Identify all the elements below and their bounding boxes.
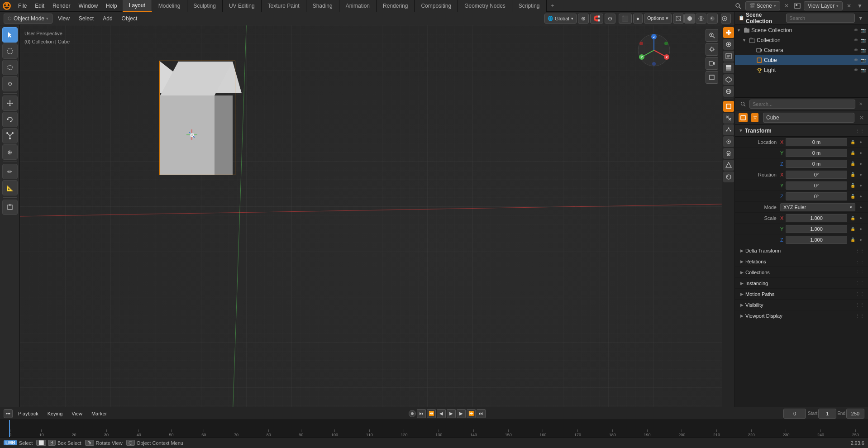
camera-vis-eye[interactable]: 👁 (853, 47, 859, 53)
add-workspace-button[interactable]: + (547, 0, 559, 12)
scale-x-lock[interactable]: 🔓 (849, 214, 856, 222)
select-tool[interactable] (2, 27, 18, 43)
rotate-tool[interactable] (2, 112, 18, 127)
loc-z-anim[interactable]: ● (857, 160, 864, 167)
file-menu[interactable]: File (14, 1, 30, 11)
scale-z-lock[interactable]: 🔓 (849, 236, 856, 243)
proportional-btn[interactable]: ⊙ (605, 14, 615, 24)
options-btn[interactable]: Options ▾ (644, 14, 672, 24)
view-layer-selector[interactable]: View Layer ▾ (804, 1, 843, 10)
rot-x-anim[interactable]: ● (857, 171, 864, 178)
filter-icon[interactable]: ▼ (855, 1, 864, 10)
loc-x-lock[interactable]: 🔓 (849, 138, 856, 146)
rot-mode-anim[interactable]: ● (857, 204, 864, 211)
props-search-clear[interactable]: ✕ (857, 100, 864, 108)
outliner-item-camera[interactable]: Camera 👁 📷 (735, 45, 868, 55)
loc-z-lock[interactable]: 🔓 (849, 160, 856, 167)
scale-z-input[interactable]: 1.000 (786, 236, 847, 244)
motion-paths-dots[interactable]: ⋮⋮ (855, 291, 864, 296)
tab-uv-editing[interactable]: UV Editing (223, 0, 262, 12)
toggle-overlays[interactable] (721, 14, 731, 24)
vis-eye[interactable]: 👁 (853, 27, 859, 33)
scene-selector[interactable]: 🎬 Scene ▾ (745, 1, 780, 10)
rot-z-lock[interactable]: 🔓 (849, 193, 856, 200)
rot-y-lock[interactable]: 🔓 (849, 182, 856, 189)
move-tool[interactable] (2, 95, 18, 111)
rotation-y-input[interactable]: 0° (786, 181, 847, 190)
cube-3d-object[interactable] (156, 62, 260, 193)
end-frame-input[interactable] (846, 409, 864, 419)
play-btn[interactable]: ▶ (447, 409, 456, 418)
rotation-z-input[interactable]: 0° (786, 192, 847, 200)
props-icon-material[interactable] (723, 172, 734, 182)
overlay-btn[interactable]: ⬛ (619, 14, 632, 24)
props-icon-particles[interactable] (723, 124, 734, 135)
tab-layout[interactable]: Layout (123, 0, 152, 12)
object-name-input[interactable] (763, 113, 854, 123)
render-menu[interactable]: Render (49, 1, 74, 11)
props-icon-view-layer[interactable] (723, 62, 734, 73)
camera-vis-camera[interactable]: 📷 (860, 47, 866, 53)
lasso-select-tool[interactable]: ⊙ (2, 76, 18, 91)
next-frame-btn[interactable]: ▶ (457, 409, 466, 418)
props-icon-object[interactable] (723, 101, 734, 112)
timeline-type-btn[interactable] (4, 409, 13, 418)
add-cube-tool[interactable] (2, 200, 18, 215)
scale-x-input[interactable]: 1.000 (786, 214, 847, 222)
instancing-row[interactable]: ▶ Instancing ⋮⋮ (735, 278, 868, 289)
jump-end-btn[interactable]: ⏭ (477, 409, 486, 418)
scale-y-anim[interactable]: ● (857, 225, 864, 233)
props-icon-world[interactable] (723, 86, 734, 97)
loc-y-anim[interactable]: ● (857, 149, 864, 157)
light-vis-camera[interactable]: 📷 (860, 67, 866, 73)
viewport-display-row[interactable]: ▶ Viewport Display ⋮⋮ (735, 310, 868, 321)
delta-dots[interactable]: ⋮⋮ (855, 248, 864, 253)
view-menu-tl[interactable]: View (68, 409, 86, 419)
rotation-mode-input[interactable]: XYZ Euler ▾ (780, 203, 855, 211)
tab-modeling[interactable]: Modeling (152, 0, 187, 12)
prev-keyframe-btn[interactable]: ⏪ (427, 409, 436, 418)
box-select-tool[interactable] (2, 43, 18, 59)
collections-dots[interactable]: ⋮⋮ (855, 270, 864, 275)
rot-y-anim[interactable]: ● (857, 182, 864, 189)
transform-section-header[interactable]: ▼ Transform ⋮⋮ (735, 125, 868, 137)
viewport-display-dots[interactable]: ⋮⋮ (855, 313, 864, 318)
delta-transform-row[interactable]: ▶ Delta Transform ⋮⋮ (735, 245, 868, 256)
current-frame-input[interactable] (783, 409, 806, 419)
help-menu[interactable]: Help (102, 1, 121, 11)
global-dropdown[interactable]: 🌐 Global ▾ (544, 14, 577, 24)
search-icon[interactable] (733, 0, 744, 11)
add-menu[interactable]: Add (99, 14, 116, 24)
circle-select-tool[interactable] (2, 60, 18, 75)
navigation-gizmo[interactable]: Z X Y (636, 32, 672, 68)
tab-scripting[interactable]: Scripting (512, 0, 547, 12)
orthographic-btn[interactable] (706, 71, 718, 84)
outliner-search-input[interactable] (786, 14, 855, 23)
prev-frame-btn[interactable]: ◀ (437, 409, 446, 418)
outliner-item-scene-collection[interactable]: ▼ Scene Collection 👁 📷 (735, 25, 868, 35)
blender-logo[interactable] (2, 1, 12, 11)
location-z-input[interactable]: 0 m (786, 160, 847, 168)
scale-y-input[interactable]: 1.000 (786, 225, 847, 233)
instancing-dots[interactable]: ⋮⋮ (855, 281, 864, 286)
wireframe-btn[interactable] (673, 14, 684, 24)
props-icon-tool[interactable] (723, 27, 734, 38)
outliner-item-light[interactable]: Light 👁 📷 (735, 65, 868, 75)
scene-close-button[interactable]: ✕ (782, 1, 791, 10)
object-menu[interactable]: Object (118, 14, 141, 24)
props-icon-scene[interactable] (723, 74, 734, 85)
location-x-input[interactable]: 0 m (786, 138, 847, 146)
collections-row[interactable]: ▶ Collections ⋮⋮ (735, 267, 868, 278)
outliner-item-collection[interactable]: ▼ Collection 👁 📷 (735, 35, 868, 45)
props-icon-constraints[interactable] (723, 148, 734, 159)
visibility-dots[interactable]: ⋮⋮ (855, 302, 864, 307)
collection-vis-eye[interactable]: 👁 (853, 37, 859, 43)
shading-btn[interactable]: ● (633, 14, 643, 24)
camera-view-btn[interactable] (706, 57, 718, 70)
start-frame-input[interactable] (818, 409, 836, 419)
snap-btn[interactable]: 🧲 (590, 14, 603, 24)
scale-tool[interactable] (2, 128, 18, 143)
rotation-x-input[interactable]: 0° (786, 171, 847, 179)
render-icon[interactable] (793, 1, 802, 10)
rot-x-lock[interactable]: 🔓 (849, 171, 856, 178)
